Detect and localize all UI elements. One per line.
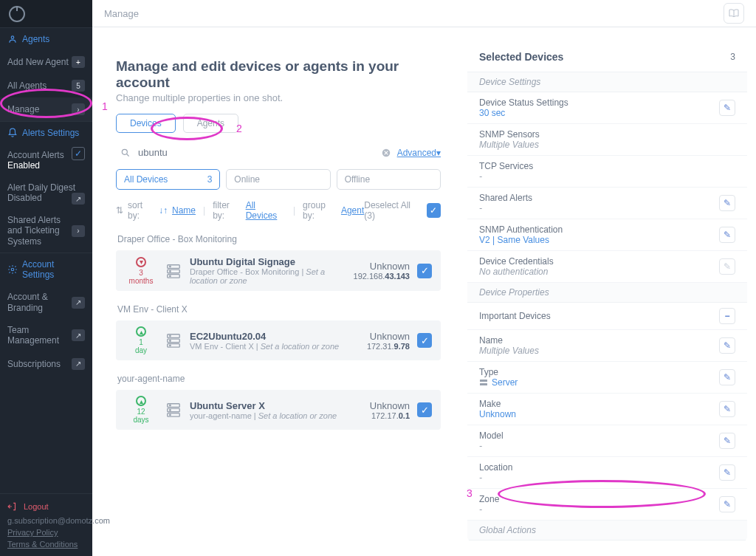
bell-icon <box>7 128 18 138</box>
edit-icon[interactable]: ✎ <box>719 401 735 417</box>
tab-all-devices[interactable]: All Devices3 <box>116 169 220 190</box>
search-input[interactable] <box>137 146 233 159</box>
edit-icon[interactable]: ✎ <box>719 195 735 211</box>
row-snmp-auth[interactable]: SNMP AuthenticationV2 | Same Values✎ <box>467 219 747 251</box>
row-zone[interactable]: Zone-✎ <box>467 489 747 521</box>
group-value[interactable]: Agent <box>341 205 364 216</box>
tab-offline[interactable]: Offline <box>337 169 441 190</box>
filter-value[interactable]: All Devices <box>246 200 286 221</box>
agents-icon <box>7 34 18 44</box>
edit-icon[interactable]: ✎ <box>719 258 735 275</box>
annotation-number-1: 1 <box>102 100 108 112</box>
edit-icon[interactable]: ✎ <box>719 369 735 385</box>
advanced-link[interactable]: Advanced▾ <box>397 148 441 158</box>
row-shared-alerts[interactable]: Shared Alerts-✎ <box>467 188 747 219</box>
nav-all-agents[interactable]: All Agents 5 <box>0 74 92 97</box>
row-important[interactable]: Important Devices− <box>467 303 747 330</box>
nav-add-new-agent[interactable]: Add New Agent + <box>0 50 92 74</box>
nav-label: Manage <box>7 104 72 114</box>
select-all-checkbox[interactable]: ✓ <box>427 203 441 218</box>
section-device-settings: Device Settings <box>467 72 747 92</box>
svg-point-13 <box>170 335 171 336</box>
server-icon <box>165 263 182 279</box>
svg-point-0 <box>11 36 14 39</box>
edit-icon[interactable]: ✎ <box>719 433 735 449</box>
server-icon <box>165 402 182 418</box>
edit-icon[interactable]: ✎ <box>719 227 735 243</box>
topbar: Manage <box>92 0 756 27</box>
device-checkbox[interactable]: ✓ <box>417 402 432 417</box>
nav-section-alerts[interactable]: Alerts Settings <box>0 122 92 144</box>
right-panel: Selected Devices 3 Device Settings Devic… <box>467 42 747 541</box>
nav-team-management[interactable]: Team Management ↗ <box>0 319 92 352</box>
annotation-number-3: 3 <box>467 487 472 499</box>
sidebar-footer: Logout g.subscription@domotz.com Privacy… <box>0 493 92 556</box>
device-checkbox[interactable]: ✓ <box>417 333 432 348</box>
edit-icon[interactable]: ✎ <box>719 496 735 512</box>
nav-label: All Agents <box>7 80 72 91</box>
svg-point-1 <box>11 268 14 271</box>
nav-section-agents[interactable]: Agents <box>0 28 92 50</box>
selected-title: Selected Devices <box>479 51 563 63</box>
device-name: EC2Ubuntu20.04 <box>190 331 360 342</box>
device-row[interactable]: ▴1dayEC2Ubuntu20.04VM Env - Client X | S… <box>116 320 441 360</box>
nav-subscriptions[interactable]: Subscriptions ↗ <box>0 352 92 376</box>
nav-state: Enabled <box>7 160 40 171</box>
toolbar-left: ⇅ sort by: ↓↑ Name | filter by: All Devi… <box>116 200 364 221</box>
group-label: VM Env - Client X <box>117 304 441 315</box>
nav-label: Add New Agent <box>7 57 72 67</box>
row-tcp-services[interactable]: TCP Services- <box>467 156 747 188</box>
nav-account-alerts[interactable]: Account Alerts Enabled ✓ <box>0 144 92 176</box>
chevron-right-icon: › <box>72 225 85 237</box>
logout-button[interactable]: Logout <box>7 501 85 512</box>
deselect-all[interactable]: Deselect All (3) <box>364 200 421 221</box>
checkbox-checked-icon[interactable]: ✓ <box>72 147 85 160</box>
device-ip: 172.31.9.78 <box>367 342 410 351</box>
row-name[interactable]: NameMultiple Values✎ <box>467 330 747 362</box>
svg-point-8 <box>170 270 171 271</box>
nav-daily-digest[interactable]: Alert Daily Digest ↗ Disabled <box>0 176 92 209</box>
logo <box>0 0 92 27</box>
svg-rect-23 <box>480 383 487 385</box>
privacy-link[interactable]: Privacy Policy <box>7 528 85 537</box>
nav-section-account[interactable]: Account Settings <box>0 253 92 286</box>
device-age: ▴12days <box>125 396 157 424</box>
edit-icon[interactable]: ✎ <box>719 464 735 481</box>
help-book-button[interactable] <box>724 3 744 24</box>
edit-icon[interactable]: ✎ <box>719 337 735 354</box>
device-row[interactable]: ▾3monthsUbuntu Digital SignageDraper Off… <box>116 250 441 291</box>
nav-shared-alerts[interactable]: Shared Alerts and Ticketing Systems › <box>0 209 92 253</box>
device-checkbox[interactable]: ✓ <box>417 264 432 278</box>
search-input-wrap <box>116 143 375 162</box>
minus-icon[interactable]: − <box>719 308 735 324</box>
nav-account-branding[interactable]: Account & Branding ↗ <box>0 286 92 319</box>
server-icon <box>165 332 182 349</box>
toggle-devices[interactable]: Devices <box>116 114 176 133</box>
device-ip: 172.17.0.1 <box>370 411 410 420</box>
row-credentials[interactable]: Device CredentialsNo authentication✎ <box>467 251 747 283</box>
clear-search-icon[interactable] <box>381 148 391 158</box>
arrow-icon: ↗ <box>72 297 85 309</box>
nav-label: Account Alerts <box>7 150 64 160</box>
row-type[interactable]: TypeServer✎ <box>467 362 747 394</box>
device-status: Unknown <box>354 261 410 272</box>
row-make[interactable]: MakeUnknown✎ <box>467 394 747 425</box>
terms-link[interactable]: Terms & Conditions <box>7 540 85 549</box>
nav-manage[interactable]: Manage › <box>0 97 92 121</box>
row-snmp-sensors[interactable]: SNMP SensorsMultiple Values <box>467 124 747 156</box>
edit-icon[interactable]: ✎ <box>719 100 735 116</box>
toggle-agents[interactable]: Agents <box>183 114 238 133</box>
row-model[interactable]: Model-✎ <box>467 425 747 457</box>
row-status-settings[interactable]: Device Status Settings30 sec✎ <box>467 92 747 124</box>
server-icon <box>479 379 488 386</box>
section-device-properties: Device Properties <box>467 283 747 303</box>
sort-value[interactable]: Name <box>172 205 196 216</box>
tab-online[interactable]: Online <box>226 169 330 190</box>
device-status: Unknown <box>367 331 410 342</box>
device-row[interactable]: ▴12daysUbuntu Server Xyour-agent-name | … <box>116 390 441 430</box>
row-location[interactable]: Location-✎ <box>467 457 747 489</box>
book-icon <box>728 7 740 19</box>
export-action[interactable]: Export Device Settings and Properties? <box>467 540 747 541</box>
nav-label: Agents <box>22 34 49 44</box>
logout-icon <box>7 501 18 512</box>
